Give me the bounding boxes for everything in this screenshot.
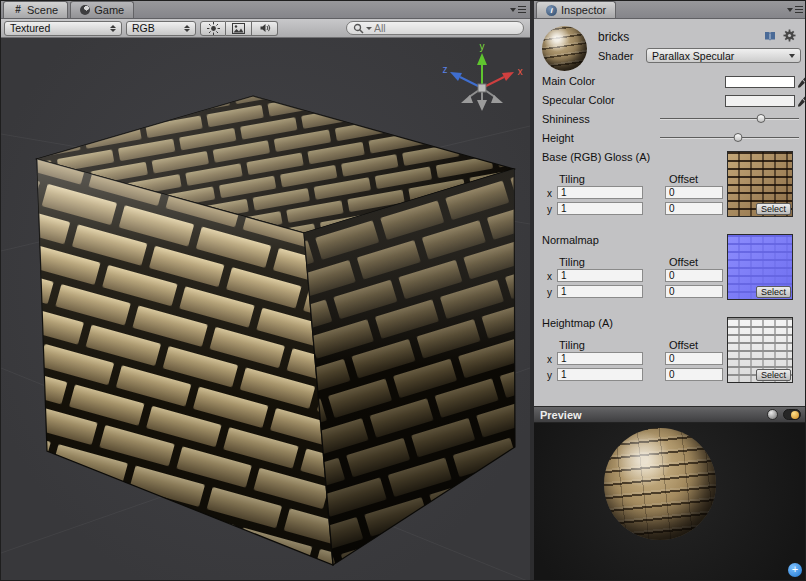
sun-icon (207, 22, 220, 35)
offset-x-input[interactable] (665, 352, 723, 365)
tiling-x-input[interactable] (557, 352, 643, 365)
scene-tab-icon (13, 5, 23, 15)
skybox-toggle-button[interactable] (226, 21, 252, 36)
preview-light-icon[interactable] (783, 409, 801, 420)
texture-thumbnail-normalmap[interactable]: Select (727, 234, 793, 300)
tab-game[interactable]: Game (70, 1, 134, 18)
offset-y-input[interactable] (665, 202, 723, 215)
image-icon (232, 23, 245, 34)
unity-editor-window: Scene Game Textured RGB (0, 0, 806, 581)
y-axis-label[interactable]: y (480, 42, 485, 52)
slider-track (660, 118, 799, 119)
main-color-swatch[interactable] (725, 76, 795, 88)
texture-select-button[interactable]: Select (756, 203, 791, 215)
scene-cube[interactable] (1, 38, 530, 581)
tab-scene-label: Scene (27, 4, 58, 16)
material-preview-icon[interactable] (542, 26, 587, 71)
preview-mesh-icon[interactable] (767, 409, 778, 420)
offset-y-input[interactable] (665, 368, 723, 381)
scene-search-field[interactable] (346, 21, 524, 35)
material-preview-sphere[interactable] (604, 428, 716, 540)
draw-mode-value: Textured (10, 22, 50, 34)
chevron-down-icon (789, 54, 795, 58)
x-axis-label[interactable]: x (518, 66, 523, 77)
slider-thumb[interactable] (757, 114, 766, 123)
shader-value: Parallax Specular (652, 50, 734, 62)
texture-thumbnail-base[interactable]: Select (727, 151, 793, 217)
audio-toggle-button[interactable] (252, 21, 278, 36)
tiling-x-input[interactable] (557, 269, 643, 282)
specular-color-label: Specular Color (542, 94, 615, 106)
specular-color-swatch[interactable] (725, 95, 795, 107)
search-icon (353, 23, 364, 34)
texture-thumbnail-heightmap[interactable]: Select (727, 317, 793, 383)
search-input[interactable] (374, 22, 517, 34)
search-filter-arrow-icon[interactable] (366, 27, 372, 30)
triangle-icon (510, 8, 516, 12)
brick-cube[interactable] (37, 96, 515, 565)
inspector-tab-icon (546, 5, 557, 16)
updown-arrows-icon (184, 25, 190, 32)
tab-inspector[interactable]: Inspector (536, 1, 616, 18)
texture-section-heightmap: Heightmap (A) Tiling Offset x y Select (542, 317, 799, 397)
render-channel-dropdown[interactable]: RGB (126, 21, 196, 36)
help-icon[interactable] (764, 28, 776, 46)
hamburger-icon (795, 6, 803, 13)
scene-viewport[interactable]: y z x (1, 38, 530, 581)
render-channel-value: RGB (132, 22, 155, 34)
y-row-label: y (547, 204, 552, 215)
x-row-label: x (547, 271, 552, 282)
scene-orientation-gizmo[interactable]: y z x (440, 42, 524, 116)
scene-tabbar: Scene Game (1, 1, 530, 19)
eyedropper-icon[interactable] (798, 94, 806, 106)
texture-select-button[interactable]: Select (756, 286, 791, 298)
gear-icon[interactable] (783, 28, 796, 46)
x-axis-arrow[interactable] (502, 72, 514, 81)
texture-section-normalmap: Normalmap Tiling Offset x y Select (542, 234, 799, 314)
z-axis-arrow[interactable] (450, 72, 462, 81)
preview-title: Preview (540, 409, 762, 421)
material-name: bricks (598, 30, 629, 44)
section-title: Normalmap (542, 234, 599, 246)
speaker-icon (259, 22, 271, 34)
inspector-tabbar: Inspector (534, 1, 806, 19)
texture-section-base: Base (RGB) Gloss (A) Tiling Offset x y S… (542, 151, 799, 231)
tiling-y-input[interactable] (557, 202, 643, 215)
tiling-y-input[interactable] (557, 285, 643, 298)
inspector-pane-menu-icon[interactable] (787, 6, 803, 13)
shader-dropdown[interactable]: Parallax Specular (646, 48, 801, 63)
y-row-label: y (547, 370, 552, 381)
scene-toolbar: Textured RGB (1, 19, 530, 38)
offset-y-input[interactable] (665, 285, 723, 298)
tiling-y-input[interactable] (557, 368, 643, 381)
height-slider[interactable] (660, 132, 799, 144)
shininess-slider[interactable] (660, 113, 799, 125)
scene-panel: Scene Game Textured RGB (1, 1, 530, 581)
main-color-label: Main Color (542, 75, 595, 87)
eyedropper-icon[interactable] (798, 75, 806, 87)
scene-view-toggles (200, 21, 278, 36)
texture-select-button[interactable]: Select (756, 369, 791, 381)
offset-x-input[interactable] (665, 269, 723, 282)
updown-arrows-icon (110, 25, 116, 32)
z-axis-label[interactable]: z (443, 64, 448, 75)
tab-scene[interactable]: Scene (3, 1, 68, 18)
preview-header[interactable]: Preview (534, 406, 806, 423)
preview-add-button[interactable]: + (788, 563, 802, 577)
tiling-x-input[interactable] (557, 186, 643, 199)
game-tab-icon (80, 5, 90, 15)
shader-field-label: Shader (598, 50, 633, 62)
slider-thumb[interactable] (733, 133, 742, 142)
draw-mode-dropdown[interactable]: Textured (4, 21, 122, 36)
gizmo-center-cube[interactable] (478, 84, 486, 92)
offset-header: Offset (669, 339, 698, 351)
triangle-icon (787, 8, 793, 12)
lighting-toggle-button[interactable] (200, 21, 226, 36)
preview-viewport[interactable]: + (534, 423, 806, 581)
tiling-header: Tiling (559, 173, 585, 185)
y-axis-arrow[interactable] (477, 53, 487, 65)
inspector-panel: Inspector bricks Shader Parallax Specula… (534, 1, 806, 581)
scene-pane-menu-icon[interactable] (510, 6, 526, 13)
offset-x-input[interactable] (665, 186, 723, 199)
preview-panel: Preview + (534, 406, 806, 581)
